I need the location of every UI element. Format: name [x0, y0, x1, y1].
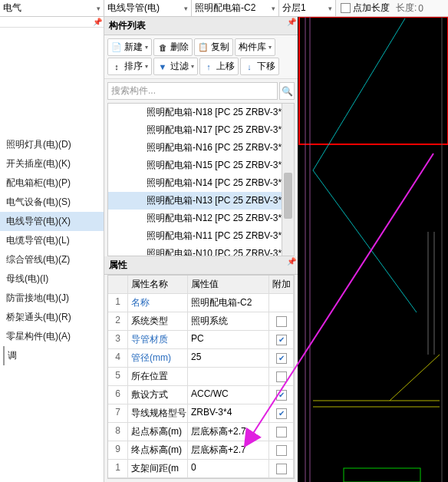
property-value[interactable]: ZRBV-3*4	[188, 404, 269, 422]
copy-icon: 📋	[198, 42, 209, 53]
move-down-button[interactable]: ↓下移	[240, 58, 279, 75]
type-dropdown[interactable]: 电线导管(电)▾	[104, 0, 192, 16]
top-bar: 电气▾ 电线导管(电)▾ 照明配电箱-C2▾ 分层1▾ 点加长度 长度: 0	[0, 0, 448, 17]
sidebar-item[interactable]: 电气设备(电)(S)	[0, 193, 104, 212]
property-name: 导管材质	[128, 331, 188, 348]
checkbox[interactable]	[276, 371, 287, 382]
list-item[interactable]: 照明配电箱-N15 [PC 25 ZRBV-3*	[108, 157, 294, 174]
property-name: 管径(mm)	[128, 349, 188, 367]
property-row[interactable]: 7导线规格型号ZRBV-3*4✔	[108, 404, 294, 423]
sort-icon: ↕	[111, 61, 122, 72]
property-name: 敷设方式	[128, 386, 188, 404]
pin-icon[interactable]: 📌	[93, 18, 102, 26]
property-name: 起点标高(m)	[128, 423, 188, 441]
cad-drawing	[298, 17, 448, 482]
property-value[interactable]: 层底标高+2.7	[188, 423, 269, 441]
svg-rect-9	[344, 468, 420, 482]
checkbox[interactable]: ✔	[276, 335, 287, 345]
move-up-button[interactable]: ↑上移	[199, 58, 239, 75]
checkbox[interactable]: ✔	[276, 353, 287, 364]
search-input[interactable]: 搜索构件...	[107, 82, 278, 100]
pin-icon[interactable]: 📌	[287, 18, 296, 26]
copy-button[interactable]: 📋复制	[194, 38, 233, 56]
list-item[interactable]: 照明配电箱-N12 [PC 25 ZRBV-3*	[108, 210, 294, 227]
sidebar-item[interactable]: 母线(电)(I)	[0, 269, 104, 289]
layer-dropdown[interactable]: 分层1▾	[279, 0, 336, 16]
property-header-row: 属性名称 属性值 附加	[108, 276, 294, 294]
property-row[interactable]: 6敷设方式ACC/WC✔	[108, 386, 294, 404]
property-row[interactable]: 1名称照明配电箱-C2	[108, 294, 294, 312]
delete-button[interactable]: 🗑删除	[153, 38, 193, 56]
property-value[interactable]: 照明配电箱-C2	[188, 294, 269, 312]
checkbox[interactable]: ✔	[276, 390, 287, 401]
length-label: 长度:	[394, 2, 418, 15]
filter-icon: ▼	[157, 61, 168, 72]
scrollbar[interactable]	[282, 104, 294, 256]
property-row[interactable]: 3导管材质PC✔	[108, 331, 294, 349]
checkbox[interactable]	[276, 316, 287, 327]
sidebar-item[interactable]: 零星构件(电)(A)	[0, 327, 104, 346]
search-icon: 🔍	[282, 86, 293, 97]
filter-button[interactable]: ▼过滤▾	[153, 58, 198, 75]
sidebar-item[interactable]: 调	[3, 346, 104, 365]
list-item[interactable]: 照明配电箱-N10 [PC 25 ZRBV-3*	[108, 245, 294, 256]
property-row[interactable]: 9终点标高(m)层底标高+2.7	[108, 441, 294, 460]
category-dropdown[interactable]: 电气▾	[0, 0, 104, 16]
list-item[interactable]: 照明配电箱-N11 [PC 25 ZRBV-3*	[108, 227, 294, 245]
component-list-header: 构件列表 📌	[104, 17, 298, 35]
property-name: 名称	[128, 294, 188, 312]
list-item[interactable]: 照明配电箱-N18 [PC 25 ZRBV-3*	[108, 104, 294, 121]
property-value[interactable]: 25	[188, 349, 269, 367]
down-icon: ↓	[244, 61, 255, 72]
sidebar-item[interactable]: 照明灯具(电)(D)	[0, 135, 104, 154]
property-value[interactable]: 层底标高+2.7	[188, 441, 269, 459]
drawing-canvas[interactable]	[298, 17, 448, 482]
library-button[interactable]: 构件库▾	[235, 38, 275, 56]
sidebar-item[interactable]: 综合管线(电)(Z)	[0, 250, 104, 269]
list-item[interactable]: 照明配电箱-N13 [PC 25 ZRBV-3*	[108, 192, 294, 210]
property-name: 所在位置	[128, 368, 188, 385]
property-row[interactable]: 8起点标高(m)层底标高+2.7	[108, 423, 294, 441]
property-value[interactable]: PC	[188, 331, 269, 348]
sort-button[interactable]: ↕排序▾	[107, 58, 152, 75]
list-item[interactable]: 照明配电箱-N17 [PC 25 ZRBV-3*	[108, 121, 294, 139]
property-value[interactable]: ACC/WC	[188, 386, 269, 404]
property-name: 系统类型	[128, 312, 188, 330]
component-toolbar: 📄新建▾ 🗑删除 📋复制 构件库▾ ↕排序▾ ▼过滤▾ ↑上移 ↓下移	[104, 35, 298, 79]
property-row[interactable]: 1支架间距(m0	[108, 460, 294, 478]
sidebar-item[interactable]: 电缆导管(电)(L)	[0, 231, 104, 250]
sidebar-item[interactable]: 开关插座(电)(K)	[0, 154, 104, 173]
pin-icon[interactable]: 📌	[287, 257, 296, 266]
component-dropdown[interactable]: 照明配电箱-C2▾	[192, 0, 279, 16]
checkbox[interactable]	[276, 464, 287, 474]
sidebar-item[interactable]: 电线导管(电)(X)	[0, 212, 104, 231]
new-button[interactable]: 📄新建▾	[107, 38, 152, 56]
new-icon: 📄	[111, 42, 122, 53]
delete-icon: 🗑	[157, 42, 168, 53]
scrollbar-thumb[interactable]	[284, 173, 292, 219]
checkbox[interactable]	[276, 427, 287, 437]
list-item[interactable]: 照明配电箱-N16 [PC 25 ZRBV-3*	[108, 139, 294, 157]
checkbox[interactable]	[276, 445, 287, 456]
component-list[interactable]: 照明配电箱-N18 [PC 25 ZRBV-3*照明配电箱-N17 [PC 25…	[107, 103, 295, 256]
property-name: 导线规格型号	[128, 404, 188, 422]
property-name: 支架间距(m	[128, 460, 188, 477]
svg-line-5	[313, 170, 417, 312]
sidebar-item[interactable]: 桥架通头(电)(R)	[0, 308, 104, 327]
property-value[interactable]	[188, 368, 269, 385]
add-length-checkbox[interactable]: 点加长度	[336, 2, 394, 15]
sidebar-item[interactable]: 配电箱柜(电)(P)	[0, 173, 104, 193]
properties-grid: 属性名称 属性值 附加 1名称照明配电箱-C22系统类型照明系统3导管材质PC✔…	[107, 275, 295, 479]
property-row[interactable]: 4管径(mm)25✔	[108, 349, 294, 368]
property-value[interactable]: 照明系统	[188, 312, 269, 330]
list-item[interactable]: 照明配电箱-N14 [PC 25 ZRBV-3*	[108, 174, 294, 192]
length-value: 0	[418, 3, 423, 14]
checkbox[interactable]: ✔	[276, 408, 287, 419]
property-name: 终点标高(m)	[128, 441, 188, 459]
search-button[interactable]: 🔍	[279, 82, 295, 100]
property-row[interactable]: 2系统类型照明系统	[108, 312, 294, 331]
properties-header: 属性 📌	[104, 256, 298, 275]
property-row[interactable]: 5所在位置	[108, 368, 294, 386]
sidebar-item[interactable]: 防雷接地(电)(J)	[0, 289, 104, 308]
property-value[interactable]: 0	[188, 460, 269, 477]
